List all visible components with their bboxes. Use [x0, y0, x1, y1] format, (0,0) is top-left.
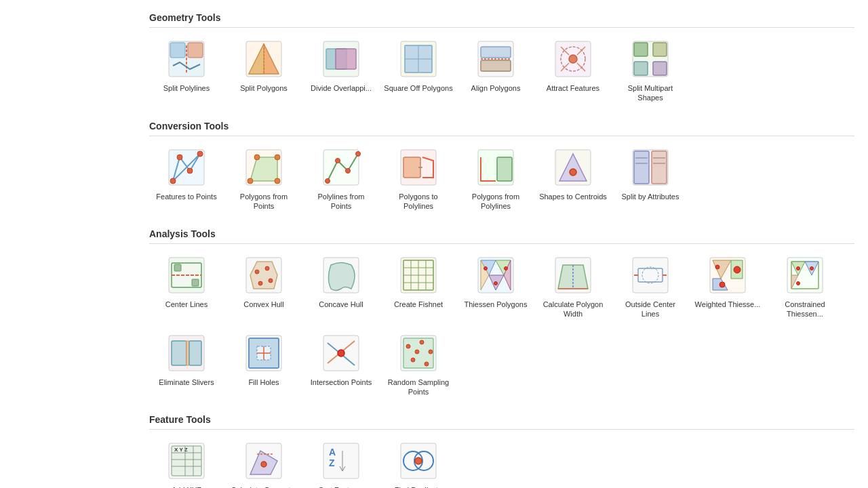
- tool-random-sampling-points[interactable]: Random Sampling Points: [381, 327, 456, 403]
- section-analysis-tools: Analysis Tools Center Lines Convex Hull …: [149, 223, 854, 402]
- align-polygons-icon: [475, 39, 516, 79]
- split-polylines-icon: [166, 39, 207, 79]
- tool-add-xyz-coordinates[interactable]: X Y Z Add XYZ Coordinates: [149, 435, 224, 488]
- tool-split-multipart[interactable]: Split Multipart Shapes: [613, 33, 688, 108]
- svg-point-41: [275, 155, 280, 160]
- svg-point-36: [197, 151, 203, 157]
- tool-align-polygons[interactable]: Align Polygons: [458, 33, 533, 108]
- shapes-to-centroids-icon: [553, 147, 593, 188]
- svg-point-134: [429, 350, 433, 354]
- svg-point-91: [494, 282, 498, 285]
- features-to-points-label: Features to Points: [156, 192, 216, 201]
- tool-polylines-from-points[interactable]: Polylines from Points: [304, 142, 378, 217]
- tool-constrained-thiessen[interactable]: Constrained Thiessen...: [768, 249, 842, 325]
- tool-create-fishnet[interactable]: Create Fishnet: [381, 249, 456, 325]
- svg-point-133: [420, 340, 424, 344]
- svg-point-113: [797, 267, 800, 270]
- add-xyz-coordinates-label: Add XYZ Coordinates: [152, 485, 221, 488]
- tool-outside-center-lines[interactable]: Outside Center Lines: [613, 249, 688, 325]
- tool-features-to-points[interactable]: Features to Points: [149, 142, 224, 217]
- sort-features-icon: A Z: [321, 441, 361, 481]
- tool-square-off-polygons[interactable]: Square Off Polygons: [381, 33, 456, 108]
- create-fishnet-icon: [398, 255, 439, 296]
- thiessen-polygons-icon: [475, 255, 516, 296]
- polygons-from-points-label: Polygons from Points: [229, 192, 298, 211]
- svg-point-73: [258, 281, 262, 285]
- svg-text:A: A: [329, 447, 336, 458]
- calculate-polygon-width-icon: [553, 255, 593, 296]
- tool-calculate-geometry[interactable]: Calculate Geometry: [226, 435, 301, 488]
- convex-hull-icon: [243, 255, 284, 296]
- constrained-thiessen-icon: [785, 255, 825, 296]
- tool-center-lines[interactable]: Center Lines: [149, 249, 224, 325]
- tool-shapes-to-centroids[interactable]: Shapes to Centroids: [536, 142, 610, 217]
- svg-rect-17: [481, 60, 511, 71]
- divide-overlapping-label: Divide Overlappi...: [311, 83, 372, 93]
- polygons-from-points-icon: [243, 147, 284, 188]
- tool-polygons-from-points[interactable]: Polygons from Points: [226, 142, 301, 217]
- tool-sort-features[interactable]: A Z Sort Features: [304, 435, 378, 488]
- attract-features-label: Attract Features: [547, 83, 599, 93]
- tool-split-by-attributes[interactable]: Split by Attributes: [613, 142, 688, 217]
- tools-grid-geometry-tools: Split Polylines Split Polygons Divide Ov…: [149, 33, 854, 108]
- tool-split-polygons[interactable]: Split Polygons: [226, 33, 301, 108]
- svg-rect-10: [336, 49, 356, 69]
- tool-intersection-points[interactable]: Intersection Points: [304, 327, 378, 403]
- find-duplicate-features-icon: [398, 441, 439, 481]
- section-title-geometry-tools: Geometry Tools: [149, 7, 854, 28]
- split-polygons-label: Split Polygons: [240, 83, 288, 93]
- svg-rect-49: [403, 157, 420, 178]
- polygons-to-polylines-label: Polygons to Polylines: [384, 192, 453, 211]
- svg-point-47: [356, 151, 361, 156]
- svg-rect-30: [653, 62, 667, 75]
- split-multipart-icon: [630, 39, 671, 79]
- svg-point-137: [415, 350, 419, 354]
- sort-features-label: Sort Features: [319, 485, 364, 488]
- svg-point-71: [265, 266, 269, 270]
- tool-eliminate-slivers[interactable]: Eliminate Slivers: [149, 327, 224, 403]
- tool-thiessen-polygons[interactable]: Thiessen Polygons: [458, 249, 533, 325]
- constrained-thiessen-label: Constrained Thiessen...: [770, 300, 840, 319]
- split-by-attributes-icon: [630, 147, 671, 188]
- concave-hull-icon: [321, 255, 361, 296]
- svg-point-89: [484, 267, 488, 270]
- tool-polygons-to-polylines[interactable]: Polygons to Polylines: [381, 142, 456, 217]
- svg-point-72: [269, 279, 273, 283]
- svg-rect-58: [652, 151, 667, 184]
- tool-divide-overlapping[interactable]: Divide Overlappi...: [304, 33, 378, 108]
- tool-split-polylines[interactable]: Split Polylines: [149, 33, 224, 108]
- split-polylines-label: Split Polylines: [163, 83, 210, 93]
- tool-fill-holes[interactable]: Fill Holes: [226, 327, 301, 403]
- svg-rect-52: [497, 157, 512, 181]
- tool-convex-hull[interactable]: Convex Hull: [226, 249, 301, 325]
- svg-rect-1: [170, 43, 185, 58]
- tool-concave-hull[interactable]: Concave Hull: [304, 249, 378, 325]
- svg-rect-28: [653, 43, 667, 56]
- section-title-analysis-tools: Analysis Tools: [149, 223, 854, 244]
- svg-point-42: [275, 178, 280, 184]
- tool-find-duplicate-features[interactable]: Find Duplicate Features: [381, 435, 456, 488]
- random-sampling-points-label: Random Sampling Points: [384, 378, 453, 397]
- svg-rect-66: [174, 264, 181, 271]
- svg-point-44: [326, 178, 330, 183]
- section-conversion-tools: Conversion Tools Features to Points Poly…: [149, 115, 854, 217]
- tool-attract-features[interactable]: Attract Features: [536, 33, 610, 108]
- tool-polygons-from-polylines[interactable]: Polygons from Polylines: [458, 142, 533, 217]
- square-off-polygons-icon: [398, 39, 439, 79]
- tool-calculate-polygon-width[interactable]: Calculate Polygon Width: [536, 249, 610, 325]
- shapes-to-centroids-label: Shapes to Centroids: [539, 192, 607, 201]
- svg-point-114: [810, 267, 814, 270]
- concave-hull-label: Concave Hull: [319, 300, 363, 309]
- svg-point-40: [254, 155, 260, 160]
- svg-point-45: [336, 158, 340, 163]
- tool-weighted-thiessen[interactable]: Weighted Thiesse...: [690, 249, 765, 325]
- svg-rect-67: [192, 279, 199, 286]
- fill-holes-icon: [243, 333, 284, 373]
- svg-point-33: [170, 178, 176, 184]
- square-off-polygons-label: Square Off Polygons: [384, 83, 452, 93]
- polygons-from-polylines-icon: [475, 147, 516, 188]
- svg-rect-27: [634, 43, 648, 56]
- svg-point-107: [719, 282, 725, 287]
- svg-rect-57: [634, 151, 649, 184]
- svg-rect-119: [189, 341, 201, 365]
